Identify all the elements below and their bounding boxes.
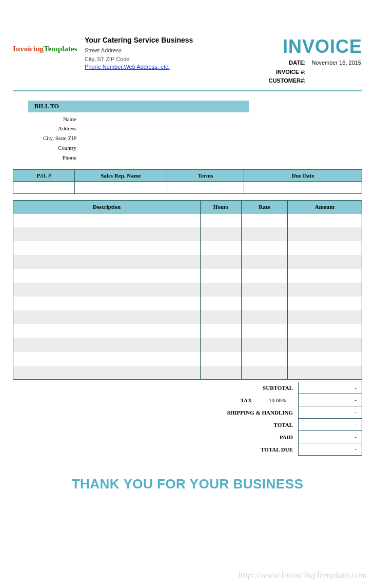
totaldue-label: TOTAL DUE: [195, 446, 298, 453]
billto-citystate-label: City, State ZIP: [28, 133, 80, 143]
items-row: [13, 283, 362, 297]
billto-country-value: [80, 143, 362, 153]
items-row: [13, 269, 362, 283]
items-cell-desc: [13, 366, 201, 380]
billto-phone-value: [80, 153, 362, 163]
tax-label: TAX: [195, 397, 257, 403]
paid-label: PAID: [195, 434, 298, 440]
items-cell-hours: [201, 227, 242, 241]
customer-number-value: [306, 76, 362, 86]
items-cell-amount: [288, 283, 362, 297]
items-cell-rate: [242, 213, 288, 227]
po-header-due: Due Date: [244, 170, 362, 182]
company-city: City, ST ZIP Code: [85, 55, 229, 64]
items-cell-desc: [13, 338, 201, 352]
billto-country-label: Country: [28, 143, 80, 153]
items-cell-hours: [201, 283, 242, 297]
total-value: -: [298, 419, 362, 431]
items-cell-hours: [201, 352, 242, 366]
items-cell-amount: [288, 213, 362, 227]
items-cell-desc: [13, 241, 201, 255]
items-cell-hours: [201, 338, 242, 352]
items-cell-hours: [201, 269, 242, 283]
items-cell-amount: [288, 310, 362, 324]
tax-rate: 10.00%: [257, 397, 298, 403]
po-header-terms: Terms: [167, 170, 244, 182]
items-header-rate: Rate: [242, 201, 288, 213]
divider: [13, 90, 362, 91]
company-name: Your Catering Service Business: [85, 36, 229, 44]
po-row: [13, 182, 362, 194]
items-cell-amount: [288, 324, 362, 338]
items-cell-rate: [242, 338, 288, 352]
items-cell-amount: [288, 352, 362, 366]
items-row: [13, 352, 362, 366]
date-label: DATE:: [260, 58, 306, 68]
items-cell-rate: [242, 366, 288, 380]
items-cell-hours: [201, 310, 242, 324]
items-cell-rate: [242, 255, 288, 269]
items-cell-desc: [13, 255, 201, 269]
items-cell-desc: [13, 283, 201, 297]
items-cell-amount: [288, 241, 362, 255]
items-cell-rate: [242, 227, 288, 241]
items-cell-amount: [288, 366, 362, 380]
items-row: [13, 297, 362, 310]
logo: InvoicingTemplates: [13, 36, 85, 53]
items-cell-rate: [242, 269, 288, 283]
billto-citystate-value: [80, 133, 362, 143]
items-cell-desc: [13, 310, 201, 324]
subtotal-value: -: [298, 382, 362, 394]
items-header-desc: Description: [13, 201, 201, 213]
items-row: [13, 338, 362, 352]
company-street: Street Address: [85, 46, 229, 55]
invoice-number-label: INVOICE #:: [260, 68, 306, 77]
billto-name-value: [80, 114, 362, 124]
items-row: [13, 227, 362, 241]
items-cell-amount: [288, 227, 362, 241]
items-cell-desc: [13, 324, 201, 338]
po-value-rep: [75, 182, 167, 194]
items-cell-rate: [242, 241, 288, 255]
items-header-hours: Hours: [201, 201, 242, 213]
thank-you: THANK YOU FOR YOUR BUSINESS: [13, 476, 362, 492]
items-cell-rate: [242, 283, 288, 297]
shipping-label: SHIPPING & HANDLING: [195, 409, 298, 416]
invoice-page: InvoicingTemplates Your Catering Service…: [0, 0, 375, 492]
logo-part1: Invoicing: [13, 45, 44, 53]
watermark: http://www.InvoicingTemplate.com: [238, 570, 367, 581]
billto-fields: Name Address City, State ZIP Country Pho…: [28, 114, 362, 162]
company-block: Your Catering Service Business Street Ad…: [85, 36, 229, 71]
items-cell-hours: [201, 324, 242, 338]
totaldue-value: -: [298, 443, 362, 456]
po-table: P.O. # Sales Rep. Name Terms Due Date: [13, 169, 362, 194]
items-cell-desc: [13, 227, 201, 241]
company-link[interactable]: Phone Number,Web Address, etc.: [85, 64, 170, 70]
items-row: [13, 241, 362, 255]
po-value-po: [13, 182, 75, 194]
billto-heading: BILL TO: [28, 101, 249, 112]
items-cell-amount: [288, 338, 362, 352]
items-row: [13, 213, 362, 227]
billto-address-label: Address: [28, 124, 80, 133]
items-cell-hours: [201, 241, 242, 255]
po-header-po: P.O. #: [13, 170, 75, 182]
po-header-rep: Sales Rep. Name: [75, 170, 167, 182]
items-cell-amount: [288, 269, 362, 283]
items-cell-hours: [201, 366, 242, 380]
shipping-value: -: [298, 406, 362, 419]
po-value-terms: [167, 182, 244, 194]
items-cell-hours: [201, 213, 242, 227]
paid-value: -: [298, 431, 362, 443]
items-cell-rate: [242, 352, 288, 366]
date-value: November 16, 2015: [306, 58, 362, 68]
items-cell-rate: [242, 297, 288, 310]
items-row: [13, 324, 362, 338]
items-row: [13, 310, 362, 324]
subtotal-label: SUBTOTAL: [195, 385, 298, 391]
items-cell-amount: [288, 297, 362, 310]
tax-value: -: [298, 394, 362, 406]
billto-name-label: Name: [28, 114, 80, 124]
items-cell-rate: [242, 324, 288, 338]
invoice-number-value: [306, 68, 362, 77]
